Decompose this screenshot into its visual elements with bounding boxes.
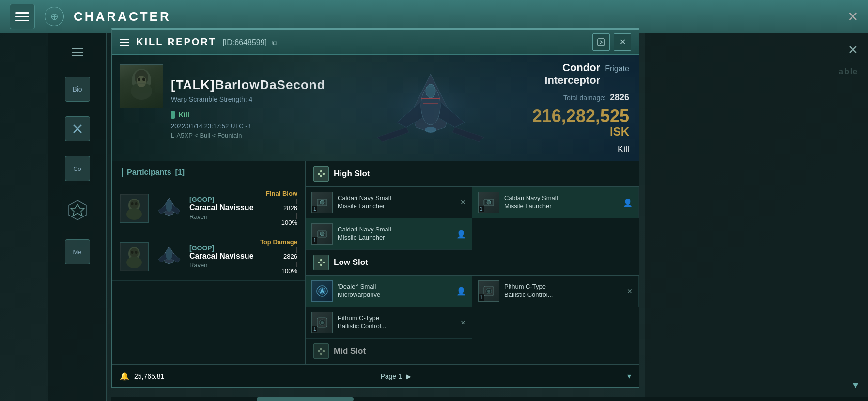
hamburger-button[interactable] (10, 4, 35, 29)
right-panel: ✕ able ▾ (645, 33, 868, 401)
participant-portrait-2 (121, 243, 148, 270)
svg-marker-2 (69, 200, 86, 220)
mid-slot-label: Mid Slot (334, 346, 366, 356)
right-filter-icon[interactable]: ▾ (853, 379, 858, 391)
character-icon: ⊕ (45, 7, 64, 26)
hexagon-star-icon (66, 199, 89, 222)
victim-avatar (120, 64, 163, 108)
participant-damage-1: 2826 (266, 204, 297, 212)
footer-filter-icon[interactable]: ▾ (627, 371, 631, 381)
modal-hamburger-line (120, 45, 129, 46)
report-stats: Condor Interceptor Frigate Total damage:… (503, 55, 639, 161)
svg-point-28 (126, 208, 142, 220)
hamburger-line (16, 20, 29, 21)
participants-column: Participants [1] (112, 161, 306, 364)
participant-pipe4: | (260, 260, 297, 267)
ship-image (368, 64, 494, 152)
high-slot-close-1[interactable]: ✕ (460, 199, 466, 206)
svg-point-21 (425, 127, 436, 133)
participant-percent-2: 100% (260, 267, 297, 275)
sidebar-item-co[interactable]: Co (65, 156, 90, 181)
co-label: Co (73, 165, 81, 172)
mid-slot-icon (313, 343, 329, 359)
hamburger-line (16, 16, 29, 17)
low-slot-label: Low Slot (334, 258, 368, 267)
participant-ship-name-2: Raven (189, 262, 254, 269)
modal-close-button[interactable]: ✕ (614, 33, 631, 51)
sidebar-hamburger-line (72, 52, 83, 53)
kill-report-modal: KILL REPORT [ID:6648599] ⧉ ✕ (111, 28, 639, 388)
svg-rect-45 (320, 172, 323, 175)
slot-qty-2: 1 (479, 206, 484, 212)
close-x-icon: ✕ (620, 37, 626, 46)
high-slot-items: 1 Caldari Navy SmallMissile Launcher ✕ (306, 187, 639, 250)
victim-portrait (124, 67, 158, 106)
participant-avatar-1 (120, 194, 149, 223)
high-slot-person-icon-3: 👤 (456, 230, 466, 239)
participant-info-2: [GOOP] Caracal Navissue Raven (189, 244, 254, 269)
topbar-close-button[interactable]: ✕ (847, 9, 858, 25)
high-slot-item-3: 1 Caldari Navy SmallMissile Launcher 👤 (306, 218, 472, 250)
participant-name-1: Caracal Navissue (189, 203, 260, 212)
slots-column: High Slot 1 (306, 161, 639, 364)
participants-count: [1] (175, 168, 185, 177)
slot-item-icon-container-2: 1 (478, 192, 499, 213)
svg-point-32 (166, 200, 172, 212)
sidebar-item-medal[interactable] (63, 196, 92, 225)
footer-pagination: Page 1 ▶ (380, 372, 411, 380)
page-label: Page 1 (380, 372, 402, 380)
participant-name-2: Caracal Navissue (189, 252, 254, 261)
modal-menu-button[interactable] (120, 39, 129, 46)
low-slot-icon (313, 255, 329, 270)
participant-corp-2: [GOOP] (189, 244, 254, 252)
final-blow-badge: Final Blow (266, 190, 297, 197)
participant-portrait-1 (121, 195, 148, 222)
svg-point-26 (131, 202, 134, 205)
left-sidebar: Bio Co Me (48, 33, 107, 401)
isk-amount: 216,282,525 (532, 106, 629, 126)
modal-title: KILL REPORT [ID:6648599] ⧉ (136, 36, 277, 47)
participants-label: Participants (127, 168, 171, 177)
participant-percent-1: 100% (266, 219, 297, 226)
low-slot-item-2: 1 Pithum C-TypeBallistic Control... ✕ (472, 276, 639, 307)
copy-icon[interactable]: ⧉ (272, 39, 277, 46)
sidebar-item-combat[interactable] (65, 116, 90, 141)
low-slot-items: 'Dealer' SmallMicrowarpdrive 👤 1 (306, 276, 639, 339)
slot-qty-3: 1 (312, 237, 317, 244)
pithum-icon-container-1: 1 (478, 280, 499, 302)
right-close-icon[interactable]: ✕ (848, 43, 858, 58)
participant-ship-name-1: Raven (189, 213, 260, 220)
ship-type: Condor Interceptor (508, 62, 600, 87)
sidebar-item-bio[interactable]: Bio (65, 77, 90, 102)
ship-image-area (358, 55, 503, 161)
slot-qty-1: 1 (312, 206, 317, 212)
sidebar-item-me[interactable]: Me (65, 239, 90, 264)
high-slot-item-2: 1 Caldari Navy SmallMissile Launcher 👤 (472, 187, 639, 218)
pithum-qty-1: 1 (479, 294, 484, 301)
export-button[interactable] (592, 33, 610, 51)
participant-ship-1 (155, 196, 184, 220)
mid-slot-header: Mid Slot (306, 339, 639, 364)
svg-point-22 (426, 84, 435, 98)
modal-title-id: [ID:6648599] (222, 38, 267, 46)
sidebar-menu-button[interactable] (68, 43, 87, 62)
microwarpdrive-icon (315, 284, 329, 298)
low-slot-close-2[interactable]: ✕ (627, 287, 633, 295)
scrollbar-thumb[interactable] (257, 397, 354, 401)
participant-stats-1: Final Blow | 2826 | 100% (266, 190, 297, 226)
sidebar-hamburger-line (72, 55, 83, 56)
modal-body: Participants [1] (112, 161, 639, 364)
low-slot-close-3[interactable]: ✕ (460, 319, 466, 326)
mwd-icon (311, 280, 333, 302)
me-label: Me (73, 248, 81, 256)
svg-rect-4 (598, 39, 604, 46)
pithum-qty-2: 1 (312, 326, 317, 332)
pithum-icon-container-2: 1 (311, 312, 333, 333)
next-page-icon[interactable]: ▶ (406, 372, 411, 380)
svg-point-38 (126, 257, 142, 268)
low-slot-person-icon-1: 👤 (456, 287, 466, 296)
participant-pipe: | (266, 197, 297, 204)
hamburger-line (16, 12, 29, 14)
report-header: [TALK]BarlowDaSecond Warp Scramble Stren… (112, 55, 639, 161)
footer-left: 🔔 25,765.81 (120, 371, 164, 381)
